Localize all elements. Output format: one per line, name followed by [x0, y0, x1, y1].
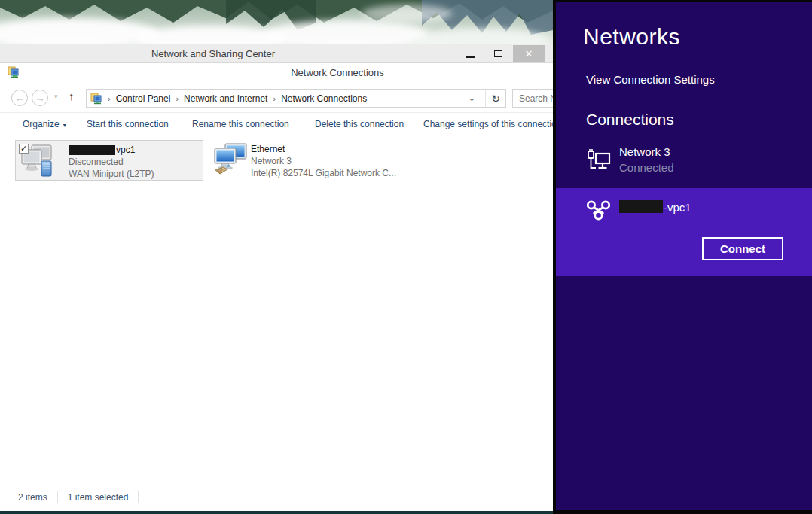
close-icon: ✕ — [525, 48, 533, 59]
connection-name-label: vpc1 — [116, 144, 135, 155]
status-bar: 2 items 1 item selected — [18, 491, 139, 503]
item-text: vpc1 Disconnected WAN Miniport (L2TP) — [69, 144, 154, 180]
address-dropdown-icon[interactable]: ⌄ — [469, 93, 475, 103]
address-bar[interactable]: › Control Panel › Network and Internet ›… — [86, 89, 506, 108]
panel-title: Networks — [583, 24, 680, 50]
desktop-left-region: Network and Sharing Center ✕ Network Con… — [0, 0, 553, 514]
vpn-connection-row-selected[interactable]: -vpc1 Connect — [556, 188, 812, 276]
refresh-button[interactable]: ↻ — [485, 90, 505, 107]
minimize-button[interactable] — [458, 45, 482, 62]
nc-window-titlebar: Network Connections — [0, 63, 553, 83]
network-connections-app-icon — [8, 66, 20, 78]
screen-bottom-edge — [0, 511, 553, 514]
organize-menu-button[interactable]: Organize▾ — [23, 119, 66, 129]
status-separator — [57, 491, 58, 503]
network-status: Connected — [619, 161, 674, 174]
maximize-icon — [494, 50, 502, 57]
mountains-wallpaper-image — [0, 0, 553, 44]
close-button[interactable]: ✕ — [513, 45, 545, 62]
desktop-wallpaper — [0, 0, 553, 44]
vpn-icon — [585, 198, 612, 224]
back-button[interactable]: ← — [11, 90, 28, 106]
wired-network-icon — [586, 147, 612, 172]
ethernet-icon — [213, 143, 248, 176]
breadcrumb-separator-icon: › — [108, 94, 111, 103]
breadcrumb-separator-icon: › — [176, 94, 179, 103]
start-connection-button[interactable]: Start this connection — [87, 119, 169, 129]
change-settings-button[interactable]: Change settings of this connection — [423, 119, 553, 129]
network-connections-window: Network Connections ← → ▾ ↑ › Contro — [0, 63, 553, 511]
breadcrumb-network-connections[interactable]: Network Connections — [281, 93, 367, 104]
connections-section-header: Connections — [586, 111, 674, 129]
refresh-icon: ↻ — [491, 93, 500, 105]
breadcrumb-separator-icon: › — [273, 94, 276, 103]
forward-icon: → — [35, 93, 45, 104]
connection-name: Ethernet — [251, 143, 396, 155]
connections-list: ✓ vpc1 Disconnected — [0, 135, 553, 482]
redaction-box — [69, 145, 115, 155]
redaction-box — [619, 200, 663, 213]
forward-button[interactable]: → — [32, 90, 48, 106]
vpn-name: -vpc1 — [664, 201, 691, 214]
screen: Network and Sharing Center ✕ Network Con… — [0, 0, 812, 514]
address-location-icon — [90, 93, 102, 105]
search-input[interactable] — [513, 90, 553, 107]
recent-pages-dropdown[interactable]: ▾ — [54, 93, 58, 100]
checkmark-icon: ✓ — [20, 144, 27, 153]
command-toolbar: Organize▾ Start this connection Rename t… — [0, 113, 553, 135]
network3-connection-row[interactable]: Network 3 Connected — [556, 142, 812, 180]
breadcrumb-control-panel[interactable]: Control Panel — [116, 93, 171, 104]
up-button[interactable]: ↑ — [69, 90, 75, 102]
minimize-icon — [466, 56, 475, 58]
connect-button[interactable]: Connect — [702, 237, 783, 260]
item-checkbox[interactable]: ✓ — [19, 144, 29, 154]
search-box — [512, 89, 553, 108]
selected-count: 1 item selected — [68, 492, 129, 503]
organize-label: Organize — [23, 119, 60, 129]
connection-device: WAN Miniport (L2TP) — [69, 168, 154, 180]
list-item-ethernet[interactable]: Ethernet Network 3 Intel(R) 82574L Gigab… — [213, 140, 401, 181]
list-item-vpn-connection[interactable]: ✓ vpc1 Disconnected — [15, 140, 203, 181]
connection-network: Network 3 — [251, 155, 396, 167]
maximize-button[interactable] — [486, 45, 510, 62]
connection-name: vpc1 — [69, 144, 154, 156]
connection-device: Intel(R) 82574L Gigabit Network C... — [251, 167, 396, 179]
nc-window-title: Network Connections — [291, 67, 384, 78]
nsc-window-titlebar: Network and Sharing Center ✕ — [0, 44, 553, 63]
connection-status: Disconnected — [69, 156, 154, 168]
networks-charm-panel: Networks View Connection Settings Connec… — [553, 0, 812, 514]
status-separator — [138, 491, 139, 503]
organize-caret-icon: ▾ — [63, 122, 66, 129]
view-connection-settings-link[interactable]: View Connection Settings — [586, 73, 715, 86]
items-count: 2 items — [18, 492, 47, 503]
delete-connection-button[interactable]: Delete this connection — [315, 119, 404, 129]
navigation-bar: ← → ▾ ↑ › Control Panel › Network and I — [0, 83, 553, 113]
network-name: Network 3 — [619, 145, 670, 158]
rename-connection-button[interactable]: Rename this connection — [192, 119, 289, 129]
breadcrumb-network-and-internet[interactable]: Network and Internet — [184, 93, 267, 104]
back-icon: ← — [15, 93, 25, 104]
nsc-window-title: Network and Sharing Center — [151, 48, 275, 59]
item-text: Ethernet Network 3 Intel(R) 82574L Gigab… — [251, 143, 396, 179]
